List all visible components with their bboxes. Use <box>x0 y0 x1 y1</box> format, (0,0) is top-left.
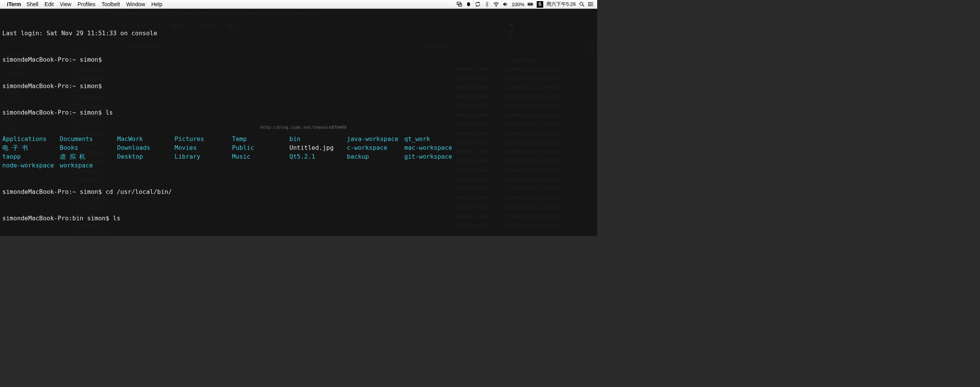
ls-entry: backup <box>347 152 404 161</box>
ls-entry: 虚 拟 机 <box>60 152 117 161</box>
ls-entry: workspace <box>60 161 117 170</box>
menu-shell[interactable]: Shell <box>26 1 38 7</box>
ls-entry: node-workspace <box>2 161 60 170</box>
ls-entry: Books <box>60 143 117 152</box>
ls-entry: Applications <box>2 134 60 143</box>
menu-window[interactable]: Window <box>126 1 145 7</box>
volume-icon[interactable] <box>502 1 508 7</box>
ls-entry: MacWork <box>117 134 175 143</box>
ls-entry: Qt5.2.1 <box>289 152 347 161</box>
svg-point-2 <box>467 2 470 7</box>
svg-rect-6 <box>532 3 533 5</box>
svg-point-12 <box>588 2 589 3</box>
home-ls-output: ApplicationsDocumentsMacWorkPicturesTemp… <box>2 134 595 170</box>
ls-entry: java-workspace <box>347 134 404 143</box>
ls-entry: Public <box>232 143 289 152</box>
sync-icon[interactable] <box>475 1 481 7</box>
menu-toolbelt[interactable]: Toolbelt <box>101 1 120 7</box>
svg-point-14 <box>588 5 589 6</box>
ls-entry: Downloads <box>117 143 175 152</box>
watermark-text: http://blog.csdn.net/shenxin870409 <box>260 123 346 132</box>
macos-menubar: iTerm Shell Edit View Profiles Toolbelt … <box>0 0 597 9</box>
ls-entry: Documents <box>60 134 117 143</box>
menu-help[interactable]: Help <box>151 1 162 7</box>
terminal-prompt: simondeMacBook-Pro:~ simon$ <box>2 82 595 90</box>
ls-entry: Movies <box>175 143 232 152</box>
terminal-prompt: simondeMacBook-Pro:~ simon$ <box>2 55 595 64</box>
screen-mirror-icon[interactable] <box>456 1 462 7</box>
menu-profiles[interactable]: Profiles <box>77 1 95 7</box>
ls-entry: Temp <box>232 134 289 143</box>
bluetooth-icon[interactable] <box>484 1 490 7</box>
ls-entry: Desktop <box>117 152 175 161</box>
ls-entry: Pictures <box>175 134 232 143</box>
wifi-icon[interactable] <box>493 1 499 7</box>
svg-point-13 <box>588 4 589 4</box>
menubar-clock[interactable]: 周六下午5:26 <box>546 1 576 8</box>
ls-entry <box>117 161 175 170</box>
ls-entry: mac-workspace <box>404 143 462 152</box>
qq-icon[interactable] <box>466 1 472 7</box>
terminal-prompt: simondeMacBook-Pro:bin simon$ ls <box>2 214 595 223</box>
battery-percent: 100% <box>511 2 524 7</box>
ls-entry: Music <box>232 152 289 161</box>
ls-entry: Library <box>175 152 232 161</box>
ls-entry: git-workspace <box>404 152 462 161</box>
menu-edit[interactable]: Edit <box>44 1 54 7</box>
svg-line-8 <box>583 5 584 7</box>
ls-entry: c-workspace <box>347 143 404 152</box>
terminal-prompt: simondeMacBook-Pro:~ simon$ ls <box>2 108 595 117</box>
svg-point-3 <box>496 6 497 7</box>
ls-entry: qt_work <box>404 134 462 143</box>
iterm-terminal[interactable]: Last login: Sat Nov 29 11:51:33 on conso… <box>0 9 597 236</box>
notification-center-icon[interactable] <box>588 1 594 7</box>
menu-view[interactable]: View <box>60 1 71 7</box>
s-indicator-icon[interactable]: S <box>537 1 543 8</box>
battery-icon[interactable] <box>528 1 534 7</box>
svg-point-7 <box>580 2 583 5</box>
ls-entry: bin <box>289 134 347 143</box>
ls-entry: Untitled.jpg <box>289 143 347 152</box>
terminal-prompt: simondeMacBook-Pro:~ simon$ cd /usr/loca… <box>2 187 595 196</box>
ls-entry: taopp <box>2 152 60 161</box>
ls-entry: 电 子 书 <box>2 143 60 152</box>
terminal-last-login: Last login: Sat Nov 29 11:51:33 on conso… <box>2 29 595 38</box>
spotlight-icon[interactable] <box>579 1 585 7</box>
app-name[interactable]: iTerm <box>7 1 21 7</box>
